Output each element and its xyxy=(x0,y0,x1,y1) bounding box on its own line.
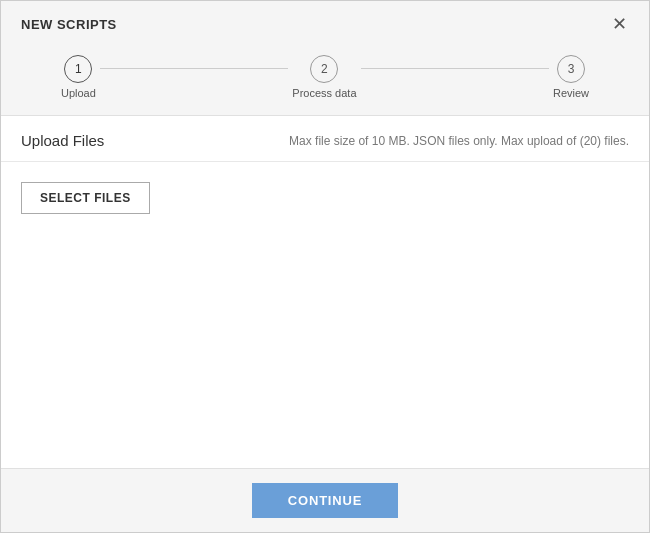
upload-header: Upload Files Max file size of 10 MB. JSO… xyxy=(1,116,649,162)
step-3-circle: 3 xyxy=(557,55,585,83)
step-2: 2 Process data xyxy=(292,55,356,99)
step-1: 1 Upload xyxy=(61,55,96,99)
dialog: NEW SCRIPTS ✕ 1 Upload 2 Process data 3 … xyxy=(0,0,650,533)
stepper-line-1 xyxy=(100,68,288,69)
step-2-label: Process data xyxy=(292,87,356,99)
step-3-label: Review xyxy=(553,87,589,99)
step-1-circle: 1 xyxy=(64,55,92,83)
dialog-title: NEW SCRIPTS xyxy=(21,17,117,32)
stepper: 1 Upload 2 Process data 3 Review xyxy=(1,43,649,116)
upload-body: SELECT FILES xyxy=(1,162,649,234)
step-3: 3 Review xyxy=(553,55,589,99)
upload-title: Upload Files xyxy=(21,132,104,149)
dialog-footer: CONTINUE xyxy=(1,468,649,532)
stepper-line-2 xyxy=(361,68,549,69)
step-2-circle: 2 xyxy=(310,55,338,83)
content-area: Upload Files Max file size of 10 MB. JSO… xyxy=(1,116,649,468)
continue-button[interactable]: CONTINUE xyxy=(252,483,398,518)
step-1-label: Upload xyxy=(61,87,96,99)
upload-info: Max file size of 10 MB. JSON files only.… xyxy=(289,134,629,148)
dialog-header: NEW SCRIPTS ✕ xyxy=(1,1,649,43)
close-button[interactable]: ✕ xyxy=(610,15,629,33)
select-files-button[interactable]: SELECT FILES xyxy=(21,182,150,214)
